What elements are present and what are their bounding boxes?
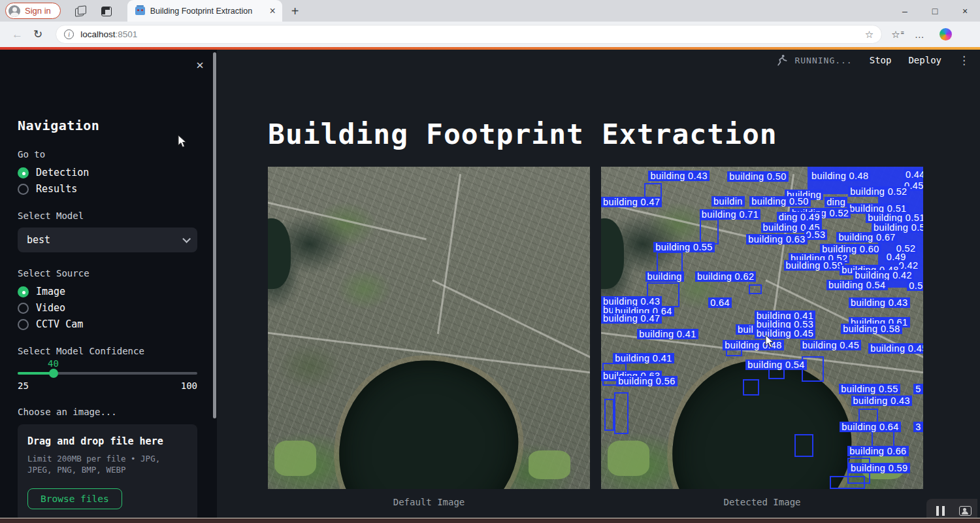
detection-label: building 0.71 bbox=[700, 209, 760, 220]
running-status: RUNNING... bbox=[776, 54, 852, 67]
chevron-down-icon bbox=[182, 235, 191, 243]
detection-label: building 0.45 bbox=[800, 340, 861, 350]
radio-image[interactable]: Image bbox=[18, 286, 199, 297]
radio-cctv[interactable]: CCTV Cam bbox=[18, 318, 199, 330]
detection-label: building 0.41 bbox=[637, 329, 698, 339]
slider-value: 40 bbox=[48, 358, 59, 369]
tab-close-icon[interactable]: × bbox=[269, 6, 275, 16]
radio-detection[interactable]: Detection bbox=[18, 167, 199, 178]
browse-files-button[interactable]: Browse files bbox=[27, 488, 122, 509]
detection-label: 0.53 bbox=[804, 229, 828, 240]
detection-label: buil bbox=[736, 324, 755, 335]
site-info-icon[interactable]: i bbox=[64, 29, 74, 39]
model-select[interactable]: best bbox=[18, 228, 197, 252]
slider-min: 25 bbox=[18, 380, 29, 391]
copilot-icon[interactable] bbox=[939, 28, 952, 41]
favorites-icon[interactable]: ☆ bbox=[891, 29, 900, 41]
detection-box bbox=[614, 392, 629, 434]
detection-label: building 0.66 bbox=[847, 446, 908, 456]
new-tab-button[interactable]: + bbox=[291, 6, 299, 16]
file-dropzone[interactable]: Drag and drop file here Limit 200MB per … bbox=[18, 424, 197, 522]
app-root: × Navigation Go to Detection Results Sel… bbox=[0, 50, 980, 518]
image-row: Default Image building 0.43building 0.50… bbox=[268, 167, 923, 507]
slider-thumb[interactable] bbox=[49, 369, 58, 378]
bookmark-star-icon[interactable]: ☆ bbox=[865, 29, 874, 41]
pause-icon bbox=[936, 506, 945, 516]
radio-selected-icon bbox=[18, 286, 29, 297]
slider-track[interactable] bbox=[18, 372, 197, 375]
detection-label: building 0.43 bbox=[849, 297, 909, 308]
close-window-button[interactable]: × bbox=[950, 0, 980, 22]
radio-video[interactable]: Video bbox=[18, 302, 199, 314]
field bbox=[529, 450, 570, 479]
browser-tab-strip: Sign in Building Footprint Extraction × … bbox=[0, 0, 980, 22]
detection-box bbox=[794, 434, 814, 457]
detection-label: 5 bbox=[913, 384, 923, 394]
detection-label: building 0.50 bbox=[749, 196, 810, 207]
running-status-text: RUNNING... bbox=[794, 56, 852, 65]
deploy-button[interactable]: Deploy bbox=[908, 55, 941, 65]
pause-button[interactable] bbox=[930, 502, 950, 519]
detection-label: building 0.48 bbox=[809, 171, 870, 181]
browser-address-bar: ← ↻ i localhost:8501 ☆ ☆ … bbox=[0, 22, 980, 47]
running-man-icon bbox=[776, 54, 789, 67]
model-select-value: best bbox=[27, 234, 50, 246]
detection-box bbox=[700, 219, 719, 245]
source-label: Select Source bbox=[18, 268, 199, 278]
detection-label: building 0.50 bbox=[727, 171, 788, 182]
detection-label: building 0.51 bbox=[866, 212, 923, 223]
detected-image-caption: Detected Image bbox=[723, 497, 800, 507]
detection-label: building 0.45 bbox=[755, 328, 815, 339]
road bbox=[268, 198, 427, 240]
refresh-icon[interactable]: ↻ bbox=[33, 27, 42, 41]
window-controls: – □ × bbox=[890, 0, 980, 22]
detection-label: building 0.45 bbox=[868, 343, 923, 354]
tab-actions-icon[interactable] bbox=[101, 7, 112, 16]
url-text: localhost:8501 bbox=[80, 29, 137, 39]
radio-unselected-icon bbox=[18, 303, 29, 314]
app-toolbar: RUNNING... Stop Deploy ⋮ bbox=[776, 54, 970, 67]
minimize-button[interactable]: – bbox=[890, 0, 920, 22]
window-bottom-edge bbox=[0, 518, 980, 523]
workspaces-icon[interactable] bbox=[75, 5, 87, 17]
sidebar-heading: Navigation bbox=[18, 118, 199, 133]
robot-favicon-icon bbox=[135, 7, 145, 15]
signin-label: Sign in bbox=[25, 6, 51, 16]
radio-unselected-icon bbox=[18, 319, 29, 330]
stop-button[interactable]: Stop bbox=[870, 55, 892, 65]
default-image bbox=[268, 167, 590, 489]
detection-label: building 0.58 bbox=[841, 324, 902, 334]
sidebar-scrollbar[interactable] bbox=[213, 52, 216, 418]
browser-menu-icon[interactable]: … bbox=[915, 29, 925, 40]
slider-fill bbox=[18, 372, 54, 375]
detection-label: building 0.64 bbox=[840, 422, 900, 432]
detection-label: building 0.54 bbox=[826, 280, 887, 290]
detection-label: 0.44 bbox=[904, 169, 923, 180]
lake bbox=[330, 351, 527, 489]
detection-box bbox=[749, 284, 762, 294]
radio-unselected-icon bbox=[18, 184, 29, 195]
detection-label: building 0.63 bbox=[746, 234, 807, 245]
radio-results[interactable]: Results bbox=[18, 183, 199, 195]
detection-label: building bbox=[645, 271, 684, 282]
detected-image: building 0.43building 0.50building 0.480… bbox=[601, 167, 923, 489]
detection-label: building 0.59 bbox=[784, 260, 845, 271]
back-icon[interactable]: ← bbox=[12, 28, 23, 41]
screencast-button[interactable] bbox=[955, 502, 975, 519]
detection-label: building 0.43 bbox=[851, 396, 912, 406]
detection-label: buildin bbox=[711, 196, 745, 207]
browser-tab[interactable]: Building Footprint Extraction × bbox=[127, 0, 282, 22]
url-input[interactable]: i localhost:8501 ☆ bbox=[56, 25, 882, 44]
sidebar-close-icon[interactable]: × bbox=[196, 59, 204, 71]
confidence-slider: 40 25 100 bbox=[18, 372, 197, 391]
maximize-button[interactable]: □ bbox=[920, 0, 950, 22]
detection-label: building 0.55 bbox=[839, 384, 900, 394]
signin-button[interactable]: Sign in bbox=[5, 3, 61, 19]
default-image-caption: Default Image bbox=[393, 497, 465, 507]
detected-image-column: building 0.43building 0.50building 0.480… bbox=[601, 167, 923, 507]
source-radio-group: Image Video CCTV Cam bbox=[18, 286, 199, 330]
road bbox=[437, 174, 461, 334]
uploader-label: Choose an image... bbox=[18, 407, 199, 417]
detection-box bbox=[604, 399, 614, 431]
app-menu-icon[interactable]: ⋮ bbox=[958, 54, 970, 67]
